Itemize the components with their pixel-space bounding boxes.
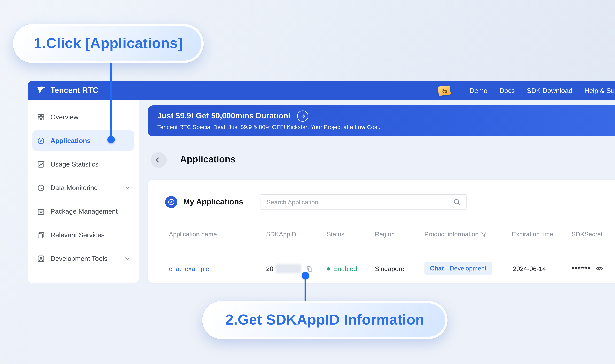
chevron-down-icon xyxy=(125,186,130,189)
column-header-expiration-time: Expiration time xyxy=(512,231,553,238)
table-header-divider xyxy=(160,245,615,245)
column-header-status: Status xyxy=(327,231,344,238)
back-button[interactable] xyxy=(151,152,167,168)
grid-icon xyxy=(37,113,45,121)
nav-link-sdk-download[interactable]: SDK Download xyxy=(527,87,572,94)
coupon-icon[interactable] xyxy=(438,85,451,96)
sidebar-item-relevant-services[interactable]: Relevant Services xyxy=(32,225,134,245)
chart-icon xyxy=(37,160,45,168)
status-cell: Enabled xyxy=(327,264,357,274)
connector-line-2 xyxy=(304,276,306,302)
column-header-label: Product information xyxy=(424,231,478,238)
arrow-right-icon[interactable] xyxy=(297,110,308,122)
sidebar-item-overview[interactable]: Overview xyxy=(32,107,134,127)
nav-link-label: Demo xyxy=(470,87,488,94)
banner-subtitle: Tencent RTC Special Deal: Just $9.9 & 80… xyxy=(157,124,380,130)
copy-icon[interactable] xyxy=(306,265,313,272)
eye-icon[interactable] xyxy=(596,265,603,272)
person-box-icon xyxy=(37,255,45,262)
column-header-sdksecret: SDKSecret... xyxy=(572,231,608,238)
column-header-application-name: Application name xyxy=(169,231,217,238)
connector-line-1 xyxy=(110,61,112,137)
application-search xyxy=(260,194,466,210)
sidebar-item-package-management[interactable]: Package Management xyxy=(32,201,134,221)
top-navbar: Tencent RTC Demo Docs SDK Download Help … xyxy=(28,81,615,100)
compass-icon xyxy=(37,137,45,144)
sdkappid-masked xyxy=(276,264,301,273)
expiration-cell: 2024-06-14 xyxy=(513,264,546,274)
sidebar-item-applications[interactable]: Applications xyxy=(32,130,134,151)
region-cell: Singapore xyxy=(375,264,404,274)
sidebar-item-label: Data Monitoring xyxy=(50,184,98,192)
sidebar-item-usage-statistics[interactable]: Usage Statistics xyxy=(32,154,134,174)
connector-dot-1 xyxy=(107,136,115,143)
nav-link-label: Help & Support xyxy=(584,87,615,94)
nav-link-label: SDK Download xyxy=(527,87,572,94)
product-name: Chat xyxy=(430,265,444,272)
back-arrow-icon xyxy=(155,156,163,164)
callout-step-2-text: 2.Get SDKAppID Information xyxy=(225,312,424,328)
sidebar-item-label: Overview xyxy=(50,113,78,121)
promo-banner: Just $9.9! Get 50,000mins Duration! Tenc… xyxy=(148,105,615,136)
brand-name: Tencent RTC xyxy=(50,86,98,95)
column-header-region: Region xyxy=(375,231,395,238)
screenshot-canvas: 1.Click [Applications] Tencent RTC Demo … xyxy=(0,0,615,364)
application-name-link[interactable]: chat_example xyxy=(169,264,209,274)
sidebar-item-label: Applications xyxy=(50,137,91,144)
status-badge: Enabled xyxy=(333,265,357,272)
compass-badge-icon xyxy=(165,196,177,208)
sidebar-item-label: Package Management xyxy=(50,208,118,215)
column-header-sdkappid: SDKAppID xyxy=(266,231,296,238)
filter-icon[interactable] xyxy=(481,231,487,237)
search-icon[interactable] xyxy=(453,198,461,206)
sdksecret-cell: ****** xyxy=(572,264,603,274)
chevron-down-icon xyxy=(125,257,130,260)
tencent-rtc-logo-icon xyxy=(36,86,46,96)
callout-step-2: 2.Get SDKAppID Information xyxy=(202,301,448,339)
secret-masked-value: ****** xyxy=(572,265,591,272)
navbar-right-group: Demo Docs SDK Download Help & Support $ xyxy=(438,81,615,100)
sidebar-item-development-tools[interactable]: Development Tools xyxy=(32,248,134,269)
sidebar: Overview Applications Usage Statistics D… xyxy=(28,100,139,283)
search-input[interactable] xyxy=(261,199,453,206)
sdkappid-visible-digits: 20 xyxy=(266,265,273,272)
page-title: Applications xyxy=(180,154,236,165)
product-environment: : Development xyxy=(446,265,486,272)
package-icon xyxy=(37,208,45,215)
nav-link-docs[interactable]: Docs xyxy=(500,87,515,94)
card-title: My Applications xyxy=(183,197,243,207)
nav-link-help-support[interactable]: Help & Support xyxy=(584,87,615,94)
status-dot-icon xyxy=(327,267,330,270)
banner-title: Just $9.9! Get 50,000mins Duration! xyxy=(157,111,291,121)
column-header-product-information: Product information xyxy=(424,231,487,238)
nav-link-demo[interactable]: Demo xyxy=(470,87,488,94)
sidebar-item-label: Relevant Services xyxy=(50,231,105,238)
sidebar-item-label: Development Tools xyxy=(50,255,107,262)
copy-docs-icon xyxy=(37,231,45,239)
sidebar-item-label: Usage Statistics xyxy=(50,160,98,168)
brand-logo[interactable]: Tencent RTC xyxy=(36,81,98,100)
my-applications-card: My Applications Create application Appli… xyxy=(148,180,615,283)
callout-step-1: 1.Click [Applications] xyxy=(13,24,204,63)
gauge-icon xyxy=(37,184,45,192)
sidebar-item-data-monitoring[interactable]: Data Monitoring xyxy=(32,178,134,198)
callout-step-1-text: 1.Click [Applications] xyxy=(34,35,183,52)
nav-link-label: Docs xyxy=(500,87,515,94)
connector-dot-2 xyxy=(302,272,309,279)
product-tag: Chat : Development xyxy=(424,262,492,275)
